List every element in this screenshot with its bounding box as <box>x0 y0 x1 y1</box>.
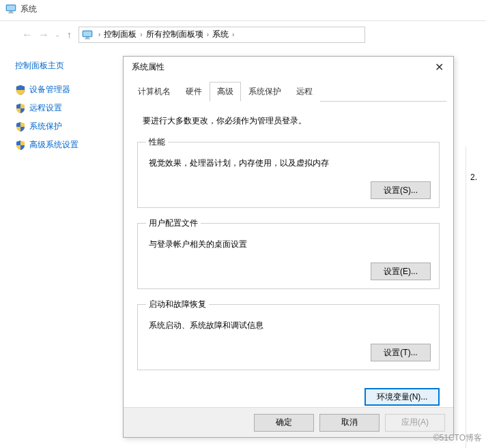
svg-rect-6 <box>86 37 89 38</box>
group-legend: 性能 <box>146 136 168 148</box>
monitor-icon <box>5 4 16 14</box>
group-legend: 用户配置文件 <box>146 218 201 229</box>
sidebar-item-label: 系统保护 <box>29 121 62 132</box>
shield-icon <box>15 121 26 132</box>
cancel-button[interactable]: 取消 <box>319 414 380 432</box>
tab-remote[interactable]: 远程 <box>289 82 320 102</box>
breadcrumb-sep: › <box>229 31 238 38</box>
user-profiles-settings-button[interactable]: 设置(E)... <box>371 263 431 280</box>
svg-rect-3 <box>8 13 14 14</box>
close-icon[interactable]: ✕ <box>431 61 448 74</box>
sidebar: 控制面板主页 设备管理器 远程设置 <box>0 48 119 448</box>
watermark: ©51CTO博客 <box>433 432 482 444</box>
sidebar-item-label: 远程设置 <box>29 102 62 114</box>
window-title: 系统 <box>20 3 37 15</box>
breadcrumb-sep: › <box>137 31 145 38</box>
nav-forward-icon[interactable]: → <box>35 29 52 41</box>
tab-system-protection[interactable]: 系统保护 <box>241 82 289 102</box>
shield-icon <box>15 103 26 114</box>
shield-icon <box>15 85 26 95</box>
sidebar-item-device-manager[interactable]: 设备管理器 <box>15 84 119 95</box>
window-title-bar: 系统 <box>0 0 486 18</box>
performance-settings-button[interactable]: 设置(S)... <box>371 181 431 199</box>
sidebar-home-link[interactable]: 控制面板主页 <box>15 60 119 72</box>
breadcrumb-item[interactable]: 控制面板 <box>104 29 137 40</box>
sidebar-item-label: 高级系统设置 <box>29 139 78 151</box>
svg-rect-1 <box>7 5 15 10</box>
dialog-body: 要进行大多数更改，你必须作为管理员登录。 性能 视觉效果，处理器计划，内存使用，… <box>124 102 453 387</box>
breadcrumb-item[interactable]: 系统 <box>212 29 229 40</box>
monitor-icon <box>82 30 93 40</box>
tab-advanced[interactable]: 高级 <box>210 82 241 102</box>
group-legend: 启动和故障恢复 <box>146 299 209 310</box>
nav-up-icon[interactable]: ↑ <box>67 29 72 40</box>
group-user-profiles: 用户配置文件 与登录帐户相关的桌面设置 设置(E)... <box>137 218 440 289</box>
group-desc: 系统启动、系统故障和调试信息 <box>149 320 431 331</box>
dialog-title-bar[interactable]: 系统属性 ✕ <box>124 57 453 77</box>
ok-button[interactable]: 确定 <box>254 414 314 432</box>
nav-recent-icon[interactable]: ⌄ <box>52 31 63 38</box>
nav-back-icon[interactable]: ← <box>19 29 35 41</box>
tab-hardware[interactable]: 硬件 <box>178 82 210 102</box>
sidebar-item-remote-settings[interactable]: 远程设置 <box>15 102 119 114</box>
nav-bar: ← → ⌄ ↑ › 控制面板 › 所有控制面板项 › 系统 › <box>0 20 486 48</box>
svg-rect-5 <box>83 31 91 36</box>
shield-icon <box>15 140 26 151</box>
group-performance: 性能 视觉效果，处理器计划，内存使用，以及虚拟内存 设置(S)... <box>137 136 440 208</box>
tab-computer-name[interactable]: 计算机名 <box>130 82 178 102</box>
group-startup-recovery: 启动和故障恢复 系统启动、系统故障和调试信息 设置(T)... <box>137 299 440 370</box>
group-desc: 与登录帐户相关的桌面设置 <box>149 239 431 250</box>
right-panel-fragment: 2. <box>466 147 486 448</box>
dialog-title: 系统属性 <box>132 61 165 73</box>
sidebar-item-system-protection[interactable]: 系统保护 <box>15 121 119 132</box>
breadcrumb-item[interactable]: 所有控制面板项 <box>146 29 203 40</box>
breadcrumb-sep: › <box>95 31 104 38</box>
admin-note: 要进行大多数更改，你必须作为管理员登录。 <box>143 115 434 127</box>
breadcrumb-sep: › <box>203 31 212 38</box>
group-desc: 视觉效果，处理器计划，内存使用，以及虚拟内存 <box>149 158 431 169</box>
system-properties-dialog: 系统属性 ✕ 计算机名 硬件 高级 系统保护 远程 要进行大多数更改，你必须作为… <box>123 56 454 438</box>
breadcrumb[interactable]: › 控制面板 › 所有控制面板项 › 系统 › <box>78 27 365 43</box>
dialog-tabs: 计算机名 硬件 高级 系统保护 远程 <box>130 81 446 102</box>
apply-button: 应用(A) <box>385 414 445 432</box>
svg-rect-7 <box>85 38 90 39</box>
sidebar-item-advanced-settings[interactable]: 高级系统设置 <box>15 139 119 151</box>
environment-variables-button[interactable]: 环境变量(N)... <box>364 388 440 406</box>
dialog-footer: 确定 取消 应用(A) <box>124 407 453 437</box>
svg-rect-2 <box>10 12 13 13</box>
startup-recovery-settings-button[interactable]: 设置(T)... <box>371 344 431 361</box>
sidebar-item-label: 设备管理器 <box>29 84 70 95</box>
